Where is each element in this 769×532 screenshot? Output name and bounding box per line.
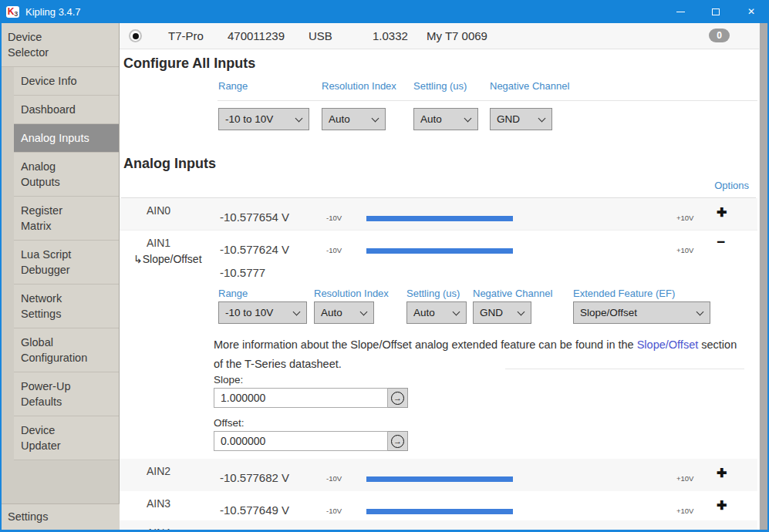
channel-value: -10.577654 V — [220, 210, 289, 224]
offset-submit-button[interactable]: → — [388, 431, 408, 451]
sidebar-item-global-configuration[interactable]: Global Configuration — [14, 328, 119, 372]
channel-name: AIN3 — [147, 497, 170, 510]
chevron-down-icon — [295, 115, 303, 123]
maximize-icon — [712, 8, 720, 15]
chevron-down-icon — [464, 115, 472, 123]
sidebar-item-settings[interactable]: Settings — [2, 503, 120, 530]
scale-max-label: +10V — [676, 474, 693, 483]
chevron-down-icon — [696, 308, 704, 316]
scale-min-label: -10V — [326, 507, 342, 515]
app-window: K3 Kipling 3.4.7 ✕ Device Selector Devic… — [0, 0, 769, 532]
ain1-extended-feature-label: Extended Feature (EF) — [573, 288, 675, 299]
config-negative-channel-select[interactable]: GND — [490, 108, 552, 130]
close-button[interactable]: ✕ — [734, 0, 769, 23]
chevron-down-icon — [538, 115, 546, 123]
scale-max-label: +10V — [676, 246, 693, 254]
channel-name: AIN1 — [147, 237, 170, 249]
slope-input[interactable] — [214, 388, 388, 408]
app-logo-icon: K3 — [6, 6, 19, 18]
device-firmware-version: 1.0332 — [373, 29, 408, 42]
titlebar: K3 Kipling 3.4.7 ✕ — [0, 0, 769, 23]
window-controls: ✕ — [663, 0, 769, 23]
channel-value: -10.577624 V — [220, 243, 289, 256]
channel-ef-value: -10.5777 — [220, 266, 265, 279]
offset-label: Offset: — [214, 417, 245, 429]
config-resolution-select[interactable]: Auto — [322, 108, 386, 130]
ain1-resolution-label: Resolution Index — [314, 288, 389, 299]
expand-plus-icon[interactable]: ✚ — [717, 466, 727, 480]
config-settling-select[interactable]: Auto — [413, 108, 478, 130]
ain1-settling-select[interactable]: Auto — [406, 301, 467, 324]
collapse-minus-icon[interactable]: − — [717, 234, 725, 251]
config-settling-label: Settling (us) — [413, 80, 467, 92]
chevron-down-icon — [453, 308, 460, 316]
channel-row-ain3: AIN3 -10.577649 V -10V +10V ✚ — [120, 491, 757, 520]
ain1-range-select[interactable]: -10 to 10V — [218, 301, 307, 324]
slope-offset-link[interactable]: Slope/Offset — [637, 338, 699, 351]
sidebar-item-analog-outputs[interactable]: Analog Outputs — [14, 152, 119, 196]
chevron-down-icon — [293, 308, 301, 316]
channel-value: -10.577649 V — [220, 503, 289, 517]
sidebar-item-network-settings[interactable]: Network Settings — [14, 284, 119, 328]
device-serial-number: 470011239 — [228, 29, 285, 42]
ain1-settling-label: Settling (us) — [406, 288, 460, 299]
channel-row-ain4: AIN4 ✚ — [120, 520, 757, 530]
error-count-badge: 0 — [709, 29, 730, 42]
chevron-down-icon — [372, 115, 379, 123]
value-bar — [366, 509, 513, 514]
ain1-resolution-select[interactable]: Auto — [314, 301, 374, 324]
device-selected-radio[interactable] — [129, 29, 142, 42]
config-negative-channel-label: Negative Channel — [490, 80, 569, 92]
value-bar — [366, 248, 513, 254]
sidebar-item-device-info[interactable]: Device Info — [14, 67, 119, 95]
config-range-select[interactable]: -10 to 10V — [218, 108, 309, 130]
offset-input[interactable] — [214, 431, 388, 451]
channel-row-ain1-expanded: AIN1 ↳Slope/Offset -10.577624 V -10.5777… — [120, 230, 757, 459]
minimize-button[interactable] — [663, 0, 698, 23]
main-content: T7-Pro 470011239 USB 1.0332 My T7 0069 0… — [120, 23, 767, 530]
sidebar-group: Device Info Dashboard Analog Inputs Anal… — [14, 67, 119, 460]
channel-row-ain2: AIN2 -10.577682 V -10V +10V ✚ — [120, 459, 757, 491]
config-range-label: Range — [218, 80, 248, 92]
channel-name: AIN2 — [147, 465, 170, 477]
vertical-scrollbar — [759, 23, 767, 530]
device-bar: T7-Pro 470011239 USB 1.0332 My T7 0069 0 — [120, 23, 767, 49]
analog-inputs-heading: Analog Inputs — [123, 156, 216, 172]
value-bar — [366, 216, 513, 221]
channel-value: -10.577682 V — [220, 471, 289, 484]
sidebar-item-analog-inputs[interactable]: Analog Inputs — [14, 123, 119, 152]
expand-plus-icon[interactable]: ✚ — [717, 527, 727, 530]
sidebar-item-dashboard[interactable]: Dashboard — [14, 95, 119, 123]
scale-min-label: -10V — [326, 474, 342, 483]
maximize-button[interactable] — [698, 0, 734, 23]
channel-name: AIN4 — [147, 527, 170, 530]
config-divider — [218, 100, 757, 101]
config-resolution-label: Resolution Index — [322, 80, 396, 92]
chevron-down-icon — [518, 308, 525, 316]
channel-name: AIN0 — [147, 204, 170, 217]
sidebar-item-device-selector[interactable]: Device Selector — [2, 23, 119, 67]
options-link[interactable]: Options — [714, 180, 749, 191]
expand-plus-icon[interactable]: ✚ — [717, 205, 727, 220]
scale-max-label: +10V — [676, 214, 693, 222]
channel-row-ain0: AIN0 -10.577654 V -10V +10V ✚ — [120, 198, 757, 230]
scale-max-label: +10V — [676, 507, 693, 515]
scrollbar-thumb[interactable] — [760, 23, 767, 530]
radio-dot-icon — [133, 33, 139, 39]
slope-submit-button[interactable]: → — [388, 388, 408, 408]
scale-min-label: -10V — [326, 246, 342, 254]
channel-ef-name: Slope/Offset — [143, 253, 202, 265]
device-name: My T7 0069 — [427, 29, 487, 42]
sidebar-item-device-updater[interactable]: Device Updater — [14, 416, 119, 460]
sidebar-item-register-matrix[interactable]: Register Matrix — [14, 196, 119, 240]
expand-plus-icon[interactable]: ✚ — [717, 498, 727, 513]
submit-arrow-icon: → — [391, 392, 404, 405]
sidebar-item-lua-script-debugger[interactable]: Lua Script Debugger — [14, 240, 119, 284]
ain1-negative-channel-select[interactable]: GND — [473, 301, 531, 324]
sidebar: Device Selector Device Info Dashboard An… — [2, 23, 120, 530]
ain1-extended-feature-select[interactable]: Slope/Offset — [573, 301, 710, 324]
close-icon: ✕ — [747, 6, 755, 17]
device-type: T7-Pro — [168, 29, 204, 42]
value-bar — [366, 476, 513, 482]
sidebar-item-power-up-defaults[interactable]: Power-Up Defaults — [14, 372, 119, 416]
